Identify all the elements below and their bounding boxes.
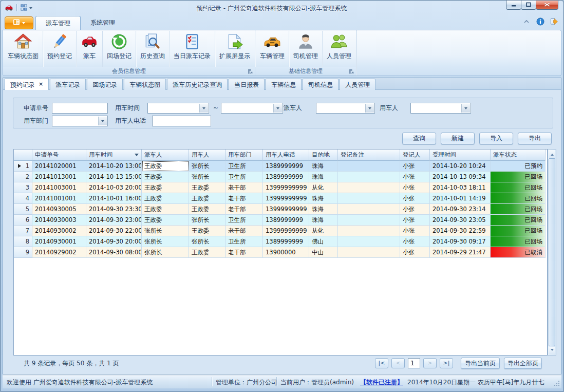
table-cell[interactable]: 张所长: [189, 161, 225, 172]
table-cell[interactable]: 1389999999: [263, 236, 309, 247]
table-cell[interactable]: 从化: [309, 182, 338, 193]
ribbon-tab-0[interactable]: 派车管理: [35, 16, 81, 30]
table-cell[interactable]: 20140930001: [32, 236, 86, 247]
use-time-to-select[interactable]: [221, 103, 283, 114]
table-cell[interactable]: 小张: [400, 215, 430, 226]
row-header-cell[interactable]: 8: [14, 236, 32, 247]
column-header-8[interactable]: 登记人: [400, 150, 430, 161]
table-cell[interactable]: 13999999999: [263, 193, 309, 204]
table-cell[interactable]: [338, 204, 400, 215]
apply-no-input[interactable]: [52, 103, 108, 114]
table-cell[interactable]: 张所长: [142, 236, 189, 247]
table-cell[interactable]: 小张: [400, 247, 430, 258]
table-row[interactable]: 9201409290022014-09-30 08:00张所长王政委老干部139…: [14, 247, 547, 258]
table-cell[interactable]: 珠海: [309, 172, 338, 182]
row-header-cell[interactable]: 3: [14, 182, 32, 193]
query-button[interactable]: 查询: [402, 133, 436, 144]
doc-tab-6[interactable]: 车辆信息: [266, 79, 302, 90]
table-cell[interactable]: 卫生所: [225, 215, 263, 226]
column-header-3[interactable]: 用车人: [189, 150, 225, 161]
row-header-cell[interactable]: 7: [14, 226, 32, 236]
table-cell[interactable]: 20140930002: [32, 226, 86, 236]
table-cell[interactable]: 珠海: [309, 161, 338, 172]
table-cell[interactable]: 老干部: [225, 226, 263, 236]
resize-grip-icon[interactable]: [554, 380, 560, 386]
table-cell[interactable]: [338, 161, 400, 172]
table-cell[interactable]: 1389999999: [263, 172, 309, 182]
table-cell[interactable]: [338, 182, 400, 193]
table-cell[interactable]: 2014-10-13 15:00: [86, 172, 142, 182]
table-cell[interactable]: 2014-09-30 23:14: [430, 204, 491, 215]
table-cell[interactable]: 已回场: [491, 236, 546, 247]
apply-no-input-field[interactable]: [52, 103, 107, 113]
import-button[interactable]: 导入: [479, 133, 513, 144]
table-cell[interactable]: 卫生所: [225, 172, 263, 182]
table-cell[interactable]: 已取消: [491, 247, 546, 258]
table-cell[interactable]: 卫生所: [225, 161, 263, 172]
table-cell[interactable]: 2014-10-20 13:00: [86, 161, 142, 172]
table-cell[interactable]: 卫生所: [225, 236, 263, 247]
table-cell[interactable]: 张所长: [142, 247, 189, 258]
first-page-button[interactable]: |<: [375, 358, 388, 368]
table-cell[interactable]: 小张: [400, 193, 430, 204]
scroll-up-icon[interactable]: [549, 150, 555, 158]
table-cell[interactable]: 2014-10-03 20:00: [86, 182, 142, 193]
scrollbar-thumb[interactable]: [549, 158, 555, 346]
row-header-cell[interactable]: 2: [14, 172, 32, 182]
ribbon-button-people[interactable]: 人员管理: [323, 31, 355, 67]
table-cell[interactable]: [338, 226, 400, 236]
vertical-scrollbar[interactable]: [548, 149, 556, 356]
page-number-input[interactable]: [408, 358, 420, 368]
column-header-7[interactable]: 登记备注: [338, 150, 400, 161]
table-cell[interactable]: 王政委: [189, 182, 225, 193]
table-cell[interactable]: 王政委: [189, 226, 225, 236]
dialog-launcher-icon[interactable]: [248, 69, 253, 74]
info-icon[interactable]: [536, 17, 544, 26]
user-select[interactable]: [410, 103, 471, 114]
column-header-0[interactable]: 申请单号: [32, 150, 86, 161]
doc-tab-5[interactable]: 当日报表: [229, 79, 265, 90]
column-header-5[interactable]: 用车人电话: [263, 150, 309, 161]
table-cell[interactable]: [338, 236, 400, 247]
logout-icon[interactable]: [550, 17, 558, 26]
table-row[interactable]: 2201410130012014-10-13 15:00王政委张所长卫生所138…: [14, 172, 547, 182]
table-cell[interactable]: 珠海: [309, 204, 338, 215]
quick-access-toolbar-button[interactable]: [20, 4, 32, 13]
table-cell[interactable]: 13999999999: [263, 226, 309, 236]
table-cell[interactable]: 王政委: [142, 161, 189, 172]
table-row[interactable]: 1201410200012014-10-20 13:00王政委张所长卫生所138…: [14, 161, 547, 172]
page-number-field[interactable]: [408, 359, 420, 368]
table-cell[interactable]: 中山: [309, 247, 338, 258]
table-cell[interactable]: 已回场: [491, 182, 546, 193]
table-cell[interactable]: 小张: [400, 204, 430, 215]
column-header-1[interactable]: 用车时间: [86, 150, 142, 161]
table-cell[interactable]: 20141020001: [32, 161, 86, 172]
table-cell[interactable]: 13900000: [263, 247, 309, 258]
table-row[interactable]: 8201409300012014-09-30 20:00张所长张所长卫生所138…: [14, 236, 547, 247]
close-tab-icon[interactable]: ×: [39, 81, 43, 87]
table-cell[interactable]: [338, 193, 400, 204]
table-cell[interactable]: 2014-09-30 23:30: [86, 204, 142, 215]
table-cell[interactable]: 张所长: [189, 215, 225, 226]
table-cell[interactable]: 王政委: [142, 215, 189, 226]
chevron-down-icon[interactable]: [461, 104, 470, 113]
table-cell[interactable]: 王政委: [142, 204, 189, 215]
chevron-down-icon[interactable]: [273, 104, 282, 113]
dialog-launcher-icon[interactable]: [349, 69, 354, 74]
doc-tab-4[interactable]: 派车历史记录查询: [167, 79, 228, 90]
table-cell[interactable]: 王政委: [189, 193, 225, 204]
table-cell[interactable]: [338, 247, 400, 258]
table-cell[interactable]: 2014-09-30 08:00: [86, 247, 142, 258]
table-cell[interactable]: 珠海: [309, 215, 338, 226]
table-cell[interactable]: 1389999999: [263, 215, 309, 226]
table-cell[interactable]: 小张: [400, 182, 430, 193]
row-header-cell[interactable]: 9: [14, 247, 32, 258]
table-cell[interactable]: 从化: [309, 226, 338, 236]
table-cell[interactable]: 张所长: [142, 226, 189, 236]
doc-tab-8[interactable]: 人员管理: [340, 79, 375, 90]
doc-tab-1[interactable]: 派车记录: [50, 79, 86, 90]
export-current-page-button[interactable]: 导出当前页: [461, 358, 500, 369]
table-cell[interactable]: 小张: [400, 226, 430, 236]
table-cell[interactable]: 老干部: [225, 193, 263, 204]
table-cell[interactable]: 已回场: [491, 172, 546, 182]
